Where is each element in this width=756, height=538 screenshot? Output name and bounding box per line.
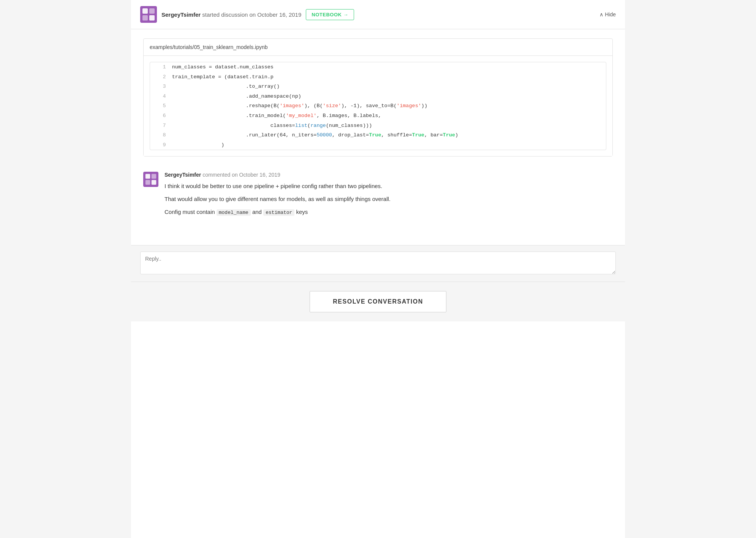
line-number: 9 bbox=[150, 140, 171, 150]
hide-label: Hide bbox=[605, 11, 616, 17]
comment-paragraph-1: I think it would be better to use one pi… bbox=[164, 182, 613, 191]
avatar bbox=[140, 6, 157, 23]
line-number: 3 bbox=[150, 82, 171, 92]
line-code: .run_later(64, n_iters=50000, drop_last=… bbox=[171, 130, 606, 140]
svg-rect-7 bbox=[152, 180, 156, 185]
line-number: 1 bbox=[150, 62, 171, 72]
line-code: .add_namespace(np) bbox=[171, 92, 606, 101]
comment-section: SergeyTsimfer commented on October 16, 2… bbox=[143, 166, 613, 236]
line-code: ) bbox=[171, 140, 606, 150]
header-left: SergeyTsimfer started discussion on Octo… bbox=[140, 6, 354, 23]
line-number: 6 bbox=[150, 111, 171, 121]
comment-meta: SergeyTsimfer commented on October 16, 2… bbox=[164, 172, 613, 178]
svg-rect-5 bbox=[152, 174, 156, 179]
page-container: SergeyTsimfer started discussion on Octo… bbox=[131, 0, 625, 538]
line-number: 4 bbox=[150, 92, 171, 101]
table-row: 3 .to_array() bbox=[150, 82, 606, 92]
header-username: SergeyTsimfer bbox=[161, 11, 201, 18]
table-row: 2 train_template = (dataset.train.p bbox=[150, 72, 606, 82]
svg-rect-6 bbox=[146, 180, 150, 185]
table-row: 7 classes=list(range(num_classes))) bbox=[150, 121, 606, 131]
reply-area-container bbox=[131, 245, 625, 282]
table-row: 6 .train_model('my_model', B.images, B.l… bbox=[150, 111, 606, 121]
svg-rect-0 bbox=[142, 8, 148, 14]
comment-paragraph-3: Config must contain model_name and estim… bbox=[164, 207, 613, 217]
code-container: 1 num_classes = dataset.num_classes 2 tr… bbox=[144, 56, 612, 156]
line-code: .train_model('my_model', B.images, B.lab… bbox=[171, 111, 606, 121]
comment-paragraph-2: That would allow you to give different n… bbox=[164, 195, 613, 204]
comment: SergeyTsimfer commented on October 16, 2… bbox=[143, 172, 613, 221]
line-code: classes=list(range(num_classes))) bbox=[171, 121, 606, 131]
svg-rect-4 bbox=[146, 174, 150, 179]
line-code: num_classes = dataset.num_classes bbox=[171, 62, 606, 72]
notebook-button[interactable]: NOTEBOOK → bbox=[306, 9, 354, 20]
line-number: 7 bbox=[150, 121, 171, 131]
reply-textarea[interactable] bbox=[140, 252, 616, 274]
inline-code-model-name: model_name bbox=[217, 209, 251, 216]
header-text: SergeyTsimfer started discussion on Octo… bbox=[161, 11, 301, 18]
hide-button[interactable]: ∧ Hide bbox=[599, 11, 616, 17]
comment-body: SergeyTsimfer commented on October 16, 2… bbox=[164, 172, 613, 221]
discussion-header: SergeyTsimfer started discussion on Octo… bbox=[131, 0, 625, 29]
line-code: train_template = (dataset.train.p bbox=[171, 72, 606, 82]
resolve-conversation-button[interactable]: RESOLVE CONVERSATION bbox=[310, 291, 446, 312]
main-content: examples/tutorials/05_train_sklearn_mode… bbox=[131, 29, 625, 245]
header-action: started discussion on October 16, 2019 bbox=[202, 11, 301, 18]
inline-code-estimator: estimator bbox=[263, 209, 294, 216]
line-code: .reshape(B('images'), (B('size'), -1), s… bbox=[171, 101, 606, 111]
svg-rect-1 bbox=[149, 8, 155, 14]
chevron-up-icon: ∧ bbox=[599, 11, 603, 17]
code-block: 1 num_classes = dataset.num_classes 2 tr… bbox=[150, 62, 606, 150]
svg-rect-2 bbox=[142, 15, 148, 21]
svg-rect-3 bbox=[149, 15, 155, 21]
code-table: 1 num_classes = dataset.num_classes 2 tr… bbox=[150, 62, 606, 150]
line-code: .to_array() bbox=[171, 82, 606, 92]
comment-username: SergeyTsimfer bbox=[164, 172, 201, 178]
table-row: 1 num_classes = dataset.num_classes bbox=[150, 62, 606, 72]
comment-date: commented on October 16, 2019 bbox=[202, 172, 280, 178]
table-row: 5 .reshape(B('images'), (B('size'), -1),… bbox=[150, 101, 606, 111]
comment-avatar bbox=[143, 172, 158, 187]
line-number: 5 bbox=[150, 101, 171, 111]
file-card: examples/tutorials/05_train_sklearn_mode… bbox=[143, 38, 613, 157]
resolve-area: RESOLVE CONVERSATION bbox=[131, 282, 625, 321]
file-path: examples/tutorials/05_train_sklearn_mode… bbox=[144, 39, 612, 56]
table-row: 4 .add_namespace(np) bbox=[150, 92, 606, 101]
line-number: 2 bbox=[150, 72, 171, 82]
line-number: 8 bbox=[150, 130, 171, 140]
table-row: 9 ) bbox=[150, 140, 606, 150]
table-row: 8 .run_later(64, n_iters=50000, drop_las… bbox=[150, 130, 606, 140]
